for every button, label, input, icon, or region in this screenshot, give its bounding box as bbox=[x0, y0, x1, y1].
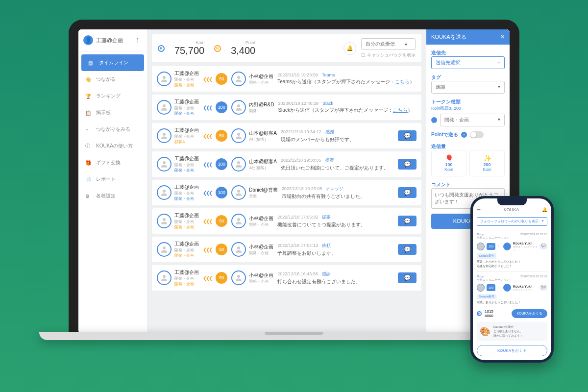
sidebar-item-board[interactable]: 📋掲示板 bbox=[78, 104, 147, 121]
sidebar-header: 👤 工藤@企画 ⋮ bbox=[78, 29, 147, 51]
sidebar-item-connect[interactable]: 👋つながる bbox=[78, 71, 147, 88]
row-tag: 提案 bbox=[325, 157, 334, 164]
row-tag: 感謝 bbox=[325, 129, 334, 135]
chat-button[interactable]: 💬 bbox=[398, 272, 416, 283]
chat-button[interactable]: 💬 bbox=[398, 159, 416, 170]
phone-menu-icon[interactable]: ☰ bbox=[477, 207, 481, 212]
sidebar-item-ranking[interactable]: 🏆ランキング bbox=[78, 88, 147, 104]
sender-dept: 開発・企画 bbox=[174, 162, 199, 168]
phone-body: Ruby2020/05/03 20:05:36 全社コミュニケーション 100 … bbox=[473, 228, 551, 307]
chevron-icon: ❮❮❮ bbox=[203, 133, 212, 139]
point-icon: K bbox=[214, 45, 221, 52]
koin-icon: K bbox=[158, 45, 165, 52]
koin-label: Koin bbox=[196, 40, 204, 45]
koin-icon: K bbox=[477, 311, 482, 316]
ph-from-sub: 全社コミュニケーション bbox=[477, 236, 509, 240]
filter-value: 自分の送受信 bbox=[366, 41, 395, 48]
token-select[interactable]: 開発・企画 ▾ bbox=[440, 114, 505, 126]
chevron-icon: ❮❮❮ bbox=[203, 190, 212, 196]
center-column: K Koin 75,700 K Point 3,400 🔔 bbox=[147, 29, 426, 333]
sender-link-dept: 顧客A bbox=[174, 139, 199, 145]
ph-date: 2020/05/03 20:05:09 bbox=[520, 275, 547, 278]
row-message: Slackから送信（スタンプが押下されたメッセージ：こちら） bbox=[278, 107, 416, 114]
sender-link-dept: 開発・企画 bbox=[174, 253, 199, 258]
chat-button[interactable]: 💬 bbox=[398, 216, 416, 226]
cashback-checkbox[interactable]: ☐ キャッシュバックを表示 bbox=[361, 52, 416, 58]
balance-text: Koin残高:8,200 bbox=[431, 105, 505, 112]
phone-send-button[interactable]: KOUKAをおくる bbox=[512, 309, 547, 318]
filter-select[interactable]: 自分の送受信 ▾ bbox=[361, 38, 416, 50]
svg-point-1 bbox=[237, 76, 240, 79]
amount-card-100[interactable]: 🎈100Koin bbox=[431, 150, 466, 176]
chat-icon[interactable]: 💬 bbox=[539, 285, 547, 291]
phone-notification-icon[interactable]: 🔔 bbox=[542, 207, 547, 212]
laptop-notch bbox=[265, 332, 323, 335]
chevron-icon: ❮❮❮ bbox=[203, 105, 212, 110]
svg-point-2 bbox=[163, 104, 166, 107]
ph-to: Kouka Yuki bbox=[513, 242, 538, 245]
receiver-dept: 開発 bbox=[249, 108, 274, 114]
sender-link-dept: 開発・企画 bbox=[174, 224, 199, 230]
sidebar-item-timeline[interactable]: ▤タイムライン bbox=[81, 54, 144, 71]
tag-value: 感謝 bbox=[436, 84, 445, 91]
point-toggle[interactable] bbox=[470, 131, 484, 138]
avatar-icon bbox=[157, 270, 172, 285]
kebab-menu-icon[interactable]: ⋮ bbox=[133, 37, 142, 44]
sender: 工藤@企画 開発・企画 開発・企画 bbox=[157, 70, 199, 88]
receiver-dept: 開発・企画 bbox=[249, 250, 273, 256]
balloon-icon: ✨ bbox=[472, 154, 502, 162]
chat-icon[interactable]: 💬 bbox=[539, 244, 547, 249]
phone-cta-button[interactable]: KOUKAをおくる bbox=[477, 345, 547, 356]
top-bar: K Koin 75,700 K Point 3,400 🔔 bbox=[152, 34, 421, 62]
phone-filter-select[interactable]: フォローフォロワーのやり取りを表示 ▾ bbox=[477, 217, 547, 226]
row-tag: ナレッジ bbox=[326, 186, 343, 192]
phone-frame: ☰ KOUKA 🔔 フォローフォロワーのやり取りを表示 ▾ Ruby2020/0… bbox=[470, 196, 554, 363]
phone-stat1: 1015 bbox=[485, 309, 493, 314]
help-icon[interactable]: ? bbox=[461, 132, 467, 138]
msg-link[interactable]: こちら bbox=[393, 107, 408, 113]
receiver-name: 山本@顧客A bbox=[249, 130, 277, 137]
avatar-icon bbox=[231, 214, 246, 228]
sidebar-item-network[interactable]: ⚬つながりをみる bbox=[78, 121, 147, 138]
ph-tag: Sample案件 bbox=[477, 294, 496, 299]
amount-card-200[interactable]: ✨200Koin bbox=[469, 150, 505, 176]
sidebar-item-help[interactable]: ⓘKOUKAの使い方 bbox=[78, 138, 147, 154]
nav-label: ランキング bbox=[96, 93, 121, 99]
chat-button[interactable]: 💬 bbox=[398, 187, 416, 198]
timeline-row: 工藤@企画 開発・企画 開発・企画 ❮❮❮ 50 小林@企画 開発・企画 202… bbox=[152, 265, 421, 291]
phone-filter-label: フォローフォロワーのやり取りを表示 bbox=[480, 219, 539, 224]
sender-dept: 開発・企画 bbox=[174, 276, 199, 281]
sender: 工藤@企画 開発・企画 開発・企画 bbox=[157, 269, 199, 287]
sidebar-item-report[interactable]: 📄レポート bbox=[78, 171, 147, 188]
chevron-icon: ❮❮❮ bbox=[203, 76, 212, 82]
dest-select-button[interactable]: 送信先選択 ≡ bbox=[431, 56, 505, 69]
row-content: 2022/12/18 19:34:12 感謝 現場のメンバーからも好評です。 bbox=[281, 129, 394, 143]
arrow-icon: 〉 bbox=[497, 285, 501, 291]
notification-icon[interactable]: 🔔 bbox=[343, 42, 356, 55]
checkbox-icon: ☐ bbox=[361, 53, 365, 58]
point-value: 3,400 bbox=[231, 45, 255, 56]
receiver-dept: 開発・企画 bbox=[249, 222, 273, 227]
timeline-row: 工藤@企画 開発・企画 開発・企画 ❮❮❮ 100 山本@顧客A A社(顧客) … bbox=[152, 151, 421, 177]
avatar-icon bbox=[157, 72, 172, 86]
ph-to: Kouka Yuki bbox=[513, 285, 538, 288]
timeline-row: 工藤@企画 開発・企画 開発・企画 ❮❮❮ 100 内野@R&D 開発 2023… bbox=[152, 95, 421, 120]
timeline-icon: ▤ bbox=[88, 60, 95, 66]
row-message: 打ち合わせ設定有難うございました。 bbox=[277, 278, 394, 285]
sender-link-dept: 開発・企画 bbox=[174, 168, 199, 173]
close-icon[interactable]: ✕ bbox=[500, 34, 505, 40]
tag-select[interactable]: 感謝 ▾ bbox=[431, 81, 505, 94]
row-date: 2022/12/18 19:34:12 bbox=[281, 129, 321, 134]
row-date: 2022/12/18 16:43:58 bbox=[277, 271, 318, 276]
ph-from-sub: 全社コミュニケーション bbox=[477, 278, 509, 282]
receiver-name: 山本@顧客A bbox=[249, 158, 277, 165]
row-date: 2023/01/19 19:33:59 bbox=[277, 73, 318, 77]
sidebar-item-settings[interactable]: ⚙各種設定 bbox=[78, 188, 147, 204]
chat-button[interactable]: 💬 bbox=[398, 244, 416, 255]
msg-link[interactable]: こちら bbox=[395, 79, 410, 84]
panel-header: KOUKAを送る ✕ bbox=[426, 29, 510, 45]
nav-label: ギフト交換 bbox=[96, 159, 121, 166]
chat-button[interactable]: 💬 bbox=[398, 130, 416, 141]
sidebar-item-gift[interactable]: 🎁ギフト交換 bbox=[78, 154, 147, 171]
receiver: Daniel@営業 営業 bbox=[231, 185, 278, 200]
